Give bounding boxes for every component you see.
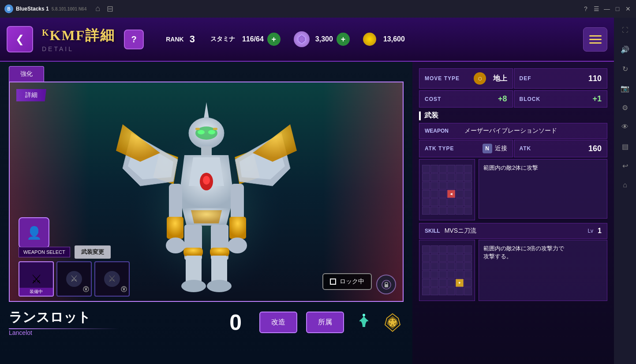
weapon-change-button[interactable]: 武装変更 xyxy=(75,245,111,259)
menu-icon[interactable]: ☰ xyxy=(593,5,600,12)
move-type-value: 地上 xyxy=(493,74,507,83)
skill-name: MVSニ刀流 xyxy=(445,227,584,235)
lock-circle[interactable] xyxy=(376,275,396,294)
svg-text:⚔: ⚔ xyxy=(108,274,116,283)
cell-4-1 xyxy=(430,198,438,206)
weapon-card-3[interactable]: ⚔ xyxy=(94,261,130,297)
divider-bar xyxy=(419,111,421,120)
weapon-card-2[interactable]: ⚔ xyxy=(56,261,92,297)
crystal-plus-button[interactable]: + xyxy=(337,33,350,46)
svg-rect-48 xyxy=(123,287,125,289)
svg-point-28 xyxy=(228,238,247,253)
gold-value: 13,600 xyxy=(383,35,405,43)
sg-1-4 xyxy=(456,254,464,262)
close-icon[interactable]: ✕ xyxy=(625,5,632,12)
weapon-card-1[interactable]: ⚔ 装備中 xyxy=(19,261,54,297)
svg-text:⚔: ⚔ xyxy=(70,274,78,283)
bs-sidebar-settings[interactable]: ⚙ xyxy=(617,100,633,115)
cell-5-1 xyxy=(430,207,438,215)
cost-value: +8 xyxy=(498,94,507,104)
profile-button[interactable]: 👤 xyxy=(19,217,49,248)
sg-3-0 xyxy=(422,271,430,279)
svg-point-6 xyxy=(198,130,205,134)
atk-type-value: 近接 xyxy=(495,145,507,152)
sg-4-2 xyxy=(439,279,447,287)
bs-sidebar-screenshot[interactable]: 📷 xyxy=(617,80,633,96)
minimize-icon[interactable]: — xyxy=(603,5,610,12)
help-icon[interactable]: ? xyxy=(582,5,589,12)
move-type-box: MOVE TYPE ⬡ 地上 xyxy=(419,68,513,89)
game-area: ❮ KKMF詳細 DETAIL ? RANK 3 スタミナ 116/64 + xyxy=(0,18,636,364)
bs-logo-icon: B xyxy=(4,4,13,13)
bs-sidebar-layers[interactable]: ▤ xyxy=(617,138,633,154)
svg-rect-34 xyxy=(210,248,229,256)
svg-point-51 xyxy=(363,314,365,316)
sg-3-4 xyxy=(456,271,464,279)
bs-sidebar-home[interactable]: ⌂ xyxy=(617,177,633,193)
cell-0-1 xyxy=(430,165,438,173)
maximize-icon[interactable]: □ xyxy=(614,5,621,12)
bs-sidebar-eye[interactable]: 👁 xyxy=(617,119,633,135)
back-button[interactable]: ❮ xyxy=(7,26,33,52)
bs-sidebar-fullscreen[interactable]: ⛶ xyxy=(617,22,633,38)
bs-sidebar-volume[interactable]: 🔊 xyxy=(617,41,633,57)
profile-icon: 👤 xyxy=(26,226,42,240)
atk-label: ATK xyxy=(520,145,531,152)
tab-bar: 強化 詳細 xyxy=(0,62,412,82)
sg-5-0 xyxy=(422,287,430,295)
stamina-stat: スタミナ 116/64 + xyxy=(210,33,281,46)
cell-3-1 xyxy=(430,190,438,198)
cell-1-3 xyxy=(447,173,455,181)
help-button[interactable]: ? xyxy=(124,30,144,49)
sg-1-0 xyxy=(422,254,430,262)
tab-kyoka[interactable]: 強化 xyxy=(9,66,44,82)
menu-button[interactable] xyxy=(583,27,607,52)
svg-point-38 xyxy=(207,280,232,292)
sg-3-1 xyxy=(430,271,438,279)
sg-1-3 xyxy=(447,254,455,262)
bluestacks-topbar: B BlueStacks 1 5.8.101.1001 N64 ⌂ ⊟ ? ☰ … xyxy=(0,0,636,18)
sg-5-4 xyxy=(456,287,464,295)
bs-bookmark-icon[interactable]: ⊟ xyxy=(107,4,113,14)
svg-rect-8 xyxy=(195,128,200,130)
gold-icon xyxy=(363,33,376,46)
cell-0-0 xyxy=(422,165,430,173)
stamina-plus-button[interactable]: + xyxy=(267,33,281,46)
svg-text:⬡: ⬡ xyxy=(478,76,482,81)
cell-0-3 xyxy=(447,165,455,173)
lock-button[interactable]: ロック中 xyxy=(322,273,372,290)
bs-sidebar-rotate[interactable]: ↻ xyxy=(617,61,633,77)
skill-grid-container: ✦ xyxy=(419,240,475,301)
stats-top-row: MOVE TYPE ⬡ 地上 xyxy=(419,68,607,89)
faction-icon-1 xyxy=(353,312,375,334)
bs-sidebar-back[interactable]: ↩ xyxy=(617,158,633,174)
detail-tag: 詳細 xyxy=(16,89,46,101)
game-header: ❮ KKMF詳細 DETAIL ? RANK 3 スタミナ 116/64 + xyxy=(0,18,614,62)
svg-marker-30 xyxy=(191,210,222,223)
atk-type-badge: N xyxy=(483,144,492,153)
move-type-value-row: ⬡ 地上 xyxy=(474,72,507,85)
cell-2-1 xyxy=(430,182,438,189)
sg-0-0 xyxy=(422,245,430,253)
right-panel: MOVE TYPE ⬡ 地上 xyxy=(412,62,614,364)
atk-grid-container: ◄ xyxy=(419,159,475,220)
cell-3-2 xyxy=(439,190,447,198)
atk-value: 160 xyxy=(588,144,602,153)
bs-home-icon[interactable]: ⌂ xyxy=(95,4,100,14)
bs-app-name: BlueStacks 1 xyxy=(16,6,49,12)
def-value: 110 xyxy=(588,74,602,83)
rank-value: 3 xyxy=(190,33,195,45)
skill-grid: ✦ xyxy=(422,245,472,295)
cell-1-2 xyxy=(439,173,447,181)
weapon-cards: ⚔ 装備中 ⚔ xyxy=(19,261,130,297)
equipped-label: 装備中 xyxy=(19,288,53,296)
def-box: DEF 110 xyxy=(514,68,608,89)
sg-2-4 xyxy=(456,262,464,270)
sg-4-4-active: ✦ xyxy=(456,279,464,287)
kaizo-button[interactable]: 改造 xyxy=(259,312,297,333)
cell-2-0 xyxy=(422,182,430,189)
crystal-icon xyxy=(294,31,310,47)
shozoku-button[interactable]: 所属 xyxy=(306,312,344,333)
sg-1-1 xyxy=(430,254,438,262)
cell-4-4 xyxy=(456,198,464,206)
